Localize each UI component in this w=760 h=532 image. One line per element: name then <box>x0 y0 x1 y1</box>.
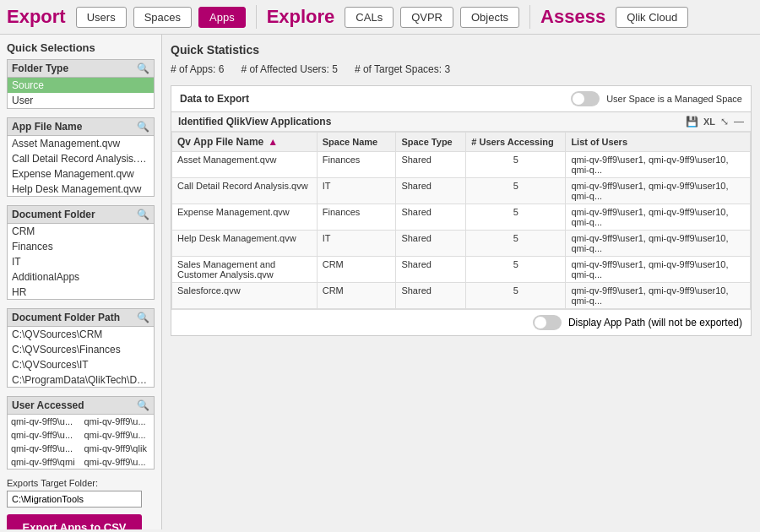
cell-users-count: 5 <box>466 283 566 309</box>
managed-space-toggle[interactable] <box>571 91 600 106</box>
tab-apps[interactable]: Apps <box>198 7 246 28</box>
app-file-name-search-icon[interactable]: 🔍 <box>137 121 149 133</box>
tab-objects[interactable]: Objects <box>460 7 519 28</box>
list-item[interactable]: Call Detail Record Analysis.qvw <box>8 151 154 166</box>
cell-app-name: Asset Management.qvw <box>172 152 318 178</box>
data-export-title: Data to Export <box>180 93 249 105</box>
right-panel: Quick Statistics # of Apps: 6 # of Affec… <box>162 35 760 529</box>
display-app-path-toggle[interactable] <box>533 315 562 330</box>
list-item[interactable]: C:\QVSources\Finances <box>8 342 154 357</box>
document-folder-header: Document Folder 🔍 <box>7 205 155 224</box>
tab-users[interactable]: Users <box>76 7 127 28</box>
tab-qvpr[interactable]: QVPR <box>400 7 453 28</box>
table-row: Call Detail Record Analysis.qvw IT Share… <box>172 178 751 204</box>
col-header-space-type[interactable]: Space Type <box>396 133 466 152</box>
list-item[interactable]: AdditionalApps <box>8 269 154 285</box>
folder-type-header: Folder Type 🔍 <box>7 59 155 78</box>
list-item[interactable]: qmi-qv-9ff9\u... <box>81 428 155 442</box>
document-folder-search-icon[interactable]: 🔍 <box>137 209 149 220</box>
excel-icon[interactable]: XL <box>703 117 715 127</box>
app-file-name-filter: App File Name 🔍 Asset Management.qvw Cal… <box>7 117 155 197</box>
document-folder-label: Document Folder <box>12 209 95 220</box>
table-row: Salesforce.qvw CRM Shared 5 qmi-qv-9ff9\… <box>172 283 751 309</box>
stat-spaces: # of Target Spaces: 3 <box>355 63 450 75</box>
managed-space-label: User Space is a Managed Space <box>606 94 742 104</box>
col-header-users[interactable]: # Users Accessing <box>466 133 566 152</box>
document-folder-path-label: Document Folder Path <box>12 312 120 323</box>
list-item[interactable]: qmi-qv-9ff9\qmi <box>8 455 81 469</box>
list-item[interactable]: Expense Management.qvw <box>8 166 154 182</box>
folder-type-item-user[interactable]: User <box>8 93 154 108</box>
list-item[interactable]: C:\ProgramData\QlikTech\Docum... <box>8 372 154 388</box>
left-panel: Quick Selections Folder Type 🔍 Source Us… <box>0 35 162 529</box>
data-table: Qv App File Name ▲ Space Name Space Type… <box>171 132 751 309</box>
tab-cals[interactable]: CALs <box>345 7 394 28</box>
folder-type-label: Folder Type <box>12 62 68 74</box>
col-header-space-name[interactable]: Space Name <box>317 133 396 152</box>
document-folder-list: CRM Finances IT AdditionalApps HR <box>7 224 155 300</box>
user-accessed-filter: User Accessed 🔍 qmi-qv-9ff9\u... qmi-qv-… <box>7 396 155 470</box>
stat-users: # of Affected Users: 5 <box>241 63 338 75</box>
list-item[interactable]: Finances <box>8 239 154 254</box>
cell-list-users: qmi-qv-9ff9\user1, qmi-qv-9ff9\user10, q… <box>566 257 751 283</box>
cell-space-type: Shared <box>396 178 466 204</box>
col-header-list-users[interactable]: List of Users <box>566 133 751 152</box>
list-item[interactable]: C:\QVSources\IT <box>8 357 154 372</box>
document-folder-path-header: Document Folder Path 🔍 <box>7 308 155 327</box>
cell-space-name: CRM <box>317 283 396 309</box>
folder-type-item-source[interactable]: Source <box>8 78 154 93</box>
list-item[interactable]: qmi-qv-9ff9\u... <box>8 442 81 455</box>
data-export-header-right: User Space is a Managed Space <box>571 91 742 106</box>
list-item[interactable]: HR <box>8 285 154 300</box>
table-row: Help Desk Management.qvw IT Shared 5 qmi… <box>172 231 751 257</box>
cell-users-count: 5 <box>466 231 566 257</box>
table-row: Expense Management.qvw Finances Shared 5… <box>172 204 751 231</box>
main-layout: Quick Selections Folder Type 🔍 Source Us… <box>0 35 760 529</box>
user-accessed-search-icon[interactable]: 🔍 <box>137 399 149 411</box>
list-item[interactable]: C:\QVSources\CRM <box>8 327 154 342</box>
list-item[interactable]: CRM <box>8 224 154 239</box>
cell-space-type: Shared <box>396 231 466 257</box>
stat-apps: # of Apps: 6 <box>171 63 224 75</box>
table-toolbar: Identified QlikView Applications 💾 XL ⤡ … <box>171 112 751 132</box>
app-file-name-label: App File Name <box>12 121 82 133</box>
cell-space-name: IT <box>317 178 396 204</box>
save-icon[interactable]: 💾 <box>686 116 698 128</box>
list-item[interactable]: Help Desk Management.qvw <box>8 182 154 197</box>
list-item[interactable]: qmi-qv-9ff9\qlik <box>81 442 155 455</box>
tab-spaces[interactable]: Spaces <box>133 7 192 28</box>
cell-list-users: qmi-qv-9ff9\user1, qmi-qv-9ff9\user10, q… <box>566 204 751 231</box>
cell-app-name: Call Detail Record Analysis.qvw <box>172 178 318 204</box>
resize-icon[interactable]: ⤡ <box>720 116 729 128</box>
list-item[interactable]: qmi-qv-9ff9\u... <box>81 415 155 428</box>
cell-app-name: Salesforce.qvw <box>172 283 318 309</box>
cell-users-count: 5 <box>466 152 566 178</box>
cell-space-type: Shared <box>396 257 466 283</box>
list-item[interactable]: qmi-qv-9ff9\u... <box>8 428 81 442</box>
tab-qlik-cloud[interactable]: Qlik Cloud <box>616 7 688 28</box>
document-folder-path-filter: Document Folder Path 🔍 C:\QVSources\CRM … <box>7 308 155 388</box>
app-file-name-list: Asset Management.qvw Call Detail Record … <box>7 136 155 197</box>
list-item[interactable]: IT <box>8 254 154 269</box>
list-item[interactable]: qmi-qv-9ff9\u... <box>81 455 155 469</box>
exports-target-input[interactable] <box>7 491 142 508</box>
list-item[interactable]: qmi-qv-9ff9\u... <box>8 415 81 428</box>
document-folder-path-search-icon[interactable]: 🔍 <box>137 312 149 323</box>
cell-app-name: Expense Management.qvw <box>172 204 318 231</box>
cell-space-type: Shared <box>396 283 466 309</box>
data-export-section: Data to Export User Space is a Managed S… <box>171 85 752 336</box>
assess-title: Assess <box>540 6 605 28</box>
list-item[interactable]: Asset Management.qvw <box>8 136 154 151</box>
cell-space-type: Shared <box>396 152 466 178</box>
cell-users-count: 5 <box>466 204 566 231</box>
app-file-name-header: App File Name 🔍 <box>7 117 155 136</box>
folder-type-search-icon[interactable]: 🔍 <box>137 62 149 74</box>
cell-list-users: qmi-qv-9ff9\user1, qmi-qv-9ff9\user10, q… <box>566 152 751 178</box>
cell-app-name: Help Desk Management.qvw <box>172 231 318 257</box>
col-header-app-name[interactable]: Qv App File Name ▲ <box>172 133 318 152</box>
quick-stats-title: Quick Statistics <box>171 43 752 57</box>
explore-title: Explore <box>267 6 335 28</box>
user-accessed-header: User Accessed 🔍 <box>7 396 155 415</box>
export-apps-button[interactable]: Export Apps to CSV <box>7 514 142 529</box>
minimize-icon[interactable]: — <box>734 116 744 128</box>
